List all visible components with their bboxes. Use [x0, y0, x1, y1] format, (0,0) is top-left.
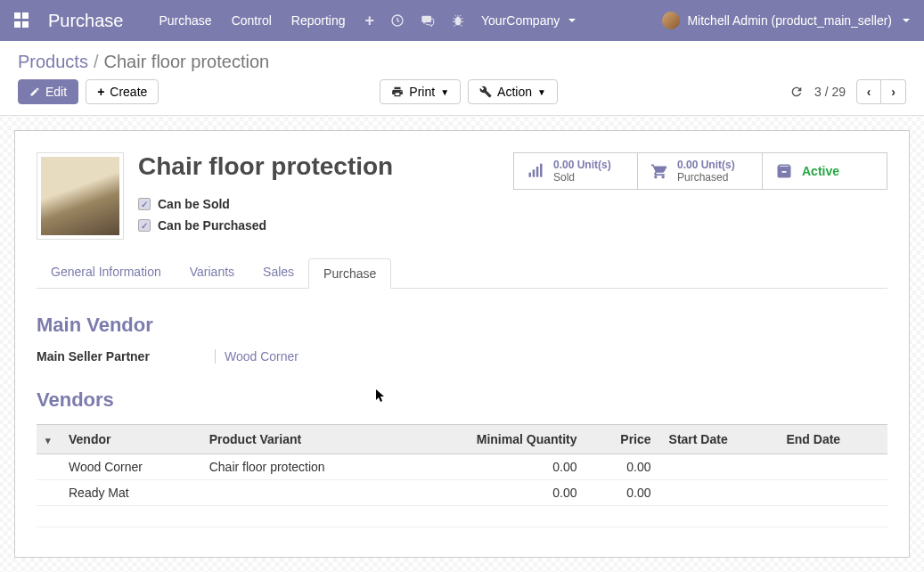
checkbox-checked-icon — [138, 219, 151, 232]
apps-icon[interactable] — [14, 12, 30, 29]
chevron-down-icon: ▼ — [537, 87, 546, 97]
svg-rect-4 — [536, 167, 539, 177]
tabs: General Information Variants Sales Purch… — [37, 257, 887, 289]
stat-purchased[interactable]: 0.00 Unit(s)Purchased — [638, 152, 763, 190]
print-button[interactable]: Print ▼ — [380, 79, 461, 104]
table-row[interactable]: Ready Mat 0.00 0.00 — [37, 480, 887, 506]
plus-icon: + — [97, 85, 104, 99]
breadcrumb-current: Chair floor protection — [104, 52, 270, 72]
breadcrumb: Products / Chair floor protection — [0, 41, 924, 76]
chevron-down-icon: ▼ — [440, 87, 449, 97]
pager-text[interactable]: 3 / 29 — [814, 85, 846, 99]
vendors-heading: Vendors — [37, 388, 887, 412]
main-seller-value[interactable]: Wood Corner — [215, 349, 298, 364]
user-name: Mitchell Admin (product_main_seller) — [687, 13, 892, 28]
main-seller-label: Main Seller Partner — [37, 349, 179, 364]
refresh-icon[interactable] — [789, 85, 804, 99]
nav-control[interactable]: Control — [232, 13, 272, 28]
breadcrumb-sep: / — [94, 52, 99, 72]
dropdown-icon[interactable] — [37, 425, 60, 454]
breadcrumb-parent[interactable]: Products — [18, 52, 88, 72]
pager-prev[interactable]: ‹ — [856, 79, 881, 104]
wrench-icon — [479, 86, 492, 98]
product-image[interactable] — [37, 152, 124, 240]
company-menu[interactable]: YourCompany — [481, 13, 576, 28]
pager-next[interactable]: › — [881, 79, 906, 104]
svg-point-1 — [455, 17, 462, 25]
svg-rect-2 — [529, 173, 532, 177]
col-end[interactable]: End Date — [777, 425, 887, 454]
navbar: Purchase Purchase Control Reporting + Yo… — [0, 0, 924, 41]
plus-icon[interactable]: + — [365, 12, 375, 30]
col-start[interactable]: Start Date — [660, 425, 778, 454]
chat-icon[interactable] — [421, 13, 435, 28]
svg-rect-5 — [540, 164, 543, 177]
avatar — [662, 12, 680, 29]
table-row[interactable]: Wood Corner Chair floor protection 0.00 … — [37, 454, 887, 480]
bug-icon[interactable] — [451, 13, 465, 28]
tab-variants[interactable]: Variants — [176, 257, 249, 288]
col-vendor[interactable]: Vendor — [60, 425, 200, 454]
tab-general[interactable]: General Information — [37, 257, 176, 288]
stat-sold[interactable]: 0.00 Unit(s)Sold — [513, 152, 638, 190]
action-button[interactable]: Action ▼ — [468, 79, 558, 104]
col-variant[interactable]: Product Variant — [200, 425, 405, 454]
form-sheet: Chair floor protection 0.00 Unit(s)Sold … — [14, 130, 910, 558]
toolbar: Edit + Create Print ▼ Action ▼ 3 / 29 ‹ … — [0, 76, 924, 116]
bar-chart-icon — [527, 162, 544, 180]
tab-sales[interactable]: Sales — [249, 257, 308, 288]
app-brand[interactable]: Purchase — [48, 11, 124, 31]
vendors-table: Vendor Product Variant Minimal Quantity … — [37, 424, 887, 527]
create-button[interactable]: + Create — [86, 79, 159, 104]
svg-rect-3 — [533, 169, 536, 176]
stat-active[interactable]: Active — [763, 152, 887, 190]
table-row-empty[interactable] — [37, 506, 887, 527]
col-price[interactable]: Price — [586, 425, 660, 454]
print-icon — [391, 86, 404, 98]
tab-purchase[interactable]: Purchase — [308, 258, 391, 289]
clock-icon[interactable] — [390, 13, 405, 28]
product-title: Chair floor protection — [138, 152, 393, 181]
archive-icon — [775, 162, 793, 180]
pencil-icon — [29, 86, 40, 97]
nav-purchase[interactable]: Purchase — [159, 13, 212, 28]
cart-icon — [650, 162, 668, 180]
edit-button[interactable]: Edit — [18, 79, 78, 104]
main-vendor-heading: Main Vendor — [37, 314, 887, 337]
nav-reporting[interactable]: Reporting — [291, 13, 346, 28]
col-min-qty[interactable]: Minimal Quantity — [405, 425, 585, 454]
checkbox-checked-icon — [138, 198, 151, 210]
user-menu[interactable]: Mitchell Admin (product_main_seller) — [662, 12, 910, 29]
